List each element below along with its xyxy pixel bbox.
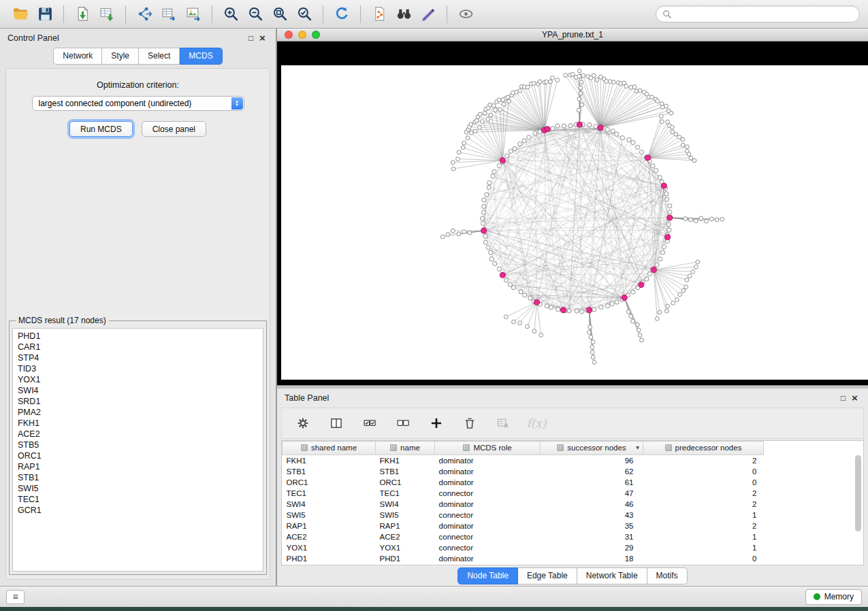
column-header-name[interactable]: name: [376, 442, 435, 455]
table-cell[interactable]: PHD1: [283, 553, 376, 564]
network-canvas[interactable]: [281, 65, 868, 380]
table-cell[interactable]: dominator: [435, 521, 541, 531]
mcds-node-item[interactable]: SWI4: [13, 385, 263, 396]
table-cell[interactable]: PHD1: [376, 553, 435, 564]
table-cell[interactable]: dominator: [435, 455, 541, 467]
export-table-button[interactable]: [157, 3, 181, 26]
network-nodes[interactable]: [440, 69, 724, 364]
memory-button[interactable]: Memory: [805, 589, 862, 605]
table-cell[interactable]: 96: [541, 455, 643, 467]
table-cell[interactable]: YOX1: [376, 542, 435, 553]
table-cell[interactable]: SWI5: [283, 510, 376, 521]
table-cell[interactable]: SWI4: [283, 499, 376, 510]
mcds-node-item[interactable]: TID3: [13, 363, 263, 374]
table-cell[interactable]: dominator: [435, 477, 541, 488]
column-header-successor-nodes[interactable]: successor nodes▾: [541, 442, 643, 455]
table-cell[interactable]: dominator: [435, 499, 541, 510]
table-cell[interactable]: 2: [643, 499, 764, 510]
table-cell[interactable]: 29: [541, 542, 643, 553]
table-cell[interactable]: TEC1: [283, 488, 376, 499]
close-panel-icon[interactable]: ×: [257, 33, 268, 43]
export-image-button[interactable]: [181, 3, 206, 26]
search-input[interactable]: [675, 9, 853, 20]
table-cell[interactable]: ACE2: [283, 531, 376, 542]
create-column-button[interactable]: [428, 414, 445, 432]
table-cell[interactable]: 2: [643, 488, 764, 499]
table-cell[interactable]: 0: [643, 466, 764, 477]
close-traffic-light-icon[interactable]: [285, 31, 293, 39]
table-cell[interactable]: 31: [541, 531, 643, 542]
mcds-node-item[interactable]: PHD1: [13, 331, 263, 342]
table-cell[interactable]: ORC1: [283, 477, 376, 488]
table-row[interactable]: PHD1PHD1dominator180: [283, 553, 764, 564]
table-cell[interactable]: ACE2: [376, 531, 435, 542]
delete-columns-button[interactable]: [461, 414, 479, 432]
table-cell[interactable]: ORC1: [376, 477, 435, 488]
panel-list-icon[interactable]: ≡: [6, 590, 25, 604]
table-row[interactable]: RAP1RAP1dominator352: [283, 521, 764, 531]
network-graph[interactable]: [281, 65, 868, 380]
table-row[interactable]: FKH1FKH1dominator962: [283, 455, 764, 467]
select-all-rows-button[interactable]: [361, 414, 379, 432]
table-scrollbar-thumb[interactable]: [855, 455, 861, 531]
table-cell[interactable]: 2: [643, 521, 764, 531]
mcds-node-item[interactable]: SRD1: [13, 396, 263, 407]
table-cell[interactable]: RAP1: [376, 521, 435, 531]
mcds-node-item[interactable]: STB5: [13, 440, 263, 450]
table-cell[interactable]: connector: [435, 488, 541, 499]
mcds-node-item[interactable]: TEC1: [13, 494, 263, 505]
zoom-out-button[interactable]: [243, 3, 268, 26]
table-cell[interactable]: 46: [541, 499, 643, 510]
style-pen-button[interactable]: [416, 3, 440, 26]
table-cell[interactable]: 1: [643, 510, 764, 521]
column-header-MCDS-role[interactable]: MCDS role: [435, 442, 541, 455]
mcds-node-item[interactable]: FKH1: [13, 418, 263, 429]
mcds-node-item[interactable]: GCR1: [13, 505, 263, 516]
search-box[interactable]: [656, 5, 860, 22]
tab-network-table[interactable]: Network Table: [577, 567, 647, 584]
table-row[interactable]: STB1STB1dominator620: [283, 466, 764, 477]
zoom-selected-button[interactable]: [292, 3, 317, 26]
mcds-node-item[interactable]: RAP1: [13, 461, 263, 472]
tab-edge-table[interactable]: Edge Table: [518, 567, 577, 584]
table-row[interactable]: YOX1YOX1connector291: [283, 542, 764, 553]
deselect-all-rows-button[interactable]: [394, 414, 412, 432]
float-table-panel-icon[interactable]: □: [837, 393, 849, 403]
mcds-node-item[interactable]: YOX1: [13, 374, 263, 385]
open-file-button[interactable]: [8, 3, 33, 26]
table-mode-gear-button[interactable]: [294, 414, 312, 432]
table-cell[interactable]: 0: [643, 477, 764, 488]
table-cell[interactable]: 47: [541, 488, 643, 499]
mcds-node-item[interactable]: PMA2: [13, 407, 263, 418]
table-row[interactable]: SWI4SWI4dominator462: [283, 499, 764, 510]
table-cell[interactable]: 1: [643, 531, 764, 542]
mcds-node-item[interactable]: SWI5: [13, 483, 263, 494]
minimize-traffic-light-icon[interactable]: [298, 31, 306, 39]
show-hide-eye-button[interactable]: [453, 3, 478, 26]
save-session-button[interactable]: [33, 3, 57, 26]
tab-mcds[interactable]: MCDS: [180, 48, 222, 65]
refresh-view-button[interactable]: [329, 3, 354, 26]
import-network-file-button[interactable]: [70, 3, 95, 26]
tab-node-table[interactable]: Node Table: [457, 567, 518, 584]
table-cell[interactable]: 2: [643, 455, 764, 467]
table-cell[interactable]: 35: [541, 521, 643, 531]
mcds-node-item[interactable]: CAR1: [13, 342, 263, 352]
zoom-fit-button[interactable]: [268, 3, 292, 26]
table-row[interactable]: ORC1ORC1dominator610: [283, 477, 764, 488]
table-cell[interactable]: FKH1: [283, 455, 376, 467]
table-cell[interactable]: SWI5: [376, 510, 435, 521]
zoom-in-button[interactable]: [219, 3, 243, 26]
table-cell[interactable]: 62: [541, 466, 643, 477]
column-header-predecessor-nodes[interactable]: predecessor nodes: [643, 442, 764, 455]
float-panel-icon[interactable]: □: [245, 33, 257, 43]
close-table-panel-icon[interactable]: ×: [849, 393, 861, 403]
run-mcds-button[interactable]: Run MCDS: [69, 121, 133, 137]
first-neighbors-button[interactable]: [391, 3, 416, 26]
table-cell[interactable]: SWI4: [376, 499, 435, 510]
table-cell[interactable]: 1: [643, 542, 764, 553]
table-cell[interactable]: TEC1: [376, 488, 435, 499]
show-columns-button[interactable]: [327, 414, 345, 432]
table-cell[interactable]: FKH1: [376, 455, 435, 467]
import-table-file-button[interactable]: [95, 3, 119, 26]
